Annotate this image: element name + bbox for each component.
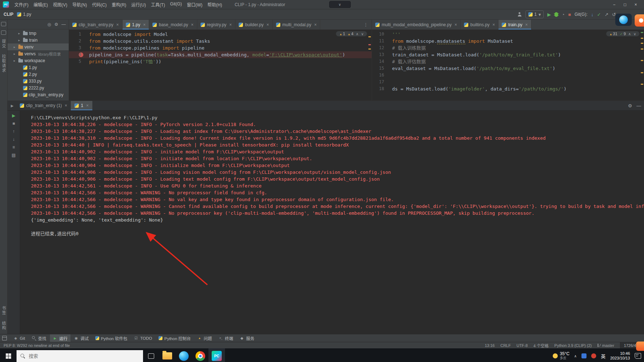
menu-item[interactable]: 运行(U) bbox=[129, 1, 148, 8]
run-button[interactable]: ▶ bbox=[547, 12, 551, 17]
code-with-me-icon[interactable] bbox=[518, 12, 522, 17]
git-commit-icon[interactable]: ✓ bbox=[597, 12, 601, 17]
next-issue-icon[interactable]: ∨ bbox=[634, 32, 636, 36]
floating-tool-widget-2[interactable] bbox=[636, 342, 644, 351]
titlebar-dropdown[interactable]: ∨ bbox=[329, 1, 351, 8]
tray-expand-icon[interactable]: ∧ bbox=[574, 354, 577, 358]
taskbar-search[interactable] bbox=[17, 350, 143, 362]
close-icon[interactable]: × bbox=[492, 22, 495, 27]
search-input[interactable] bbox=[28, 353, 139, 359]
inspection-badge[interactable]: ▲31 bbox=[610, 32, 617, 36]
toolwindow-tab-git[interactable]: Git bbox=[10, 334, 28, 342]
toolwindow-tab-search[interactable]: 查找 bbox=[29, 334, 49, 342]
taskbar-chrome[interactable] bbox=[192, 348, 208, 362]
tree-row[interactable]: 2.py bbox=[8, 71, 69, 78]
status-item[interactable]: 4 个空格 bbox=[533, 343, 548, 348]
gutter-line[interactable]: 3 bbox=[69, 45, 86, 51]
gutter-line[interactable]: 12 bbox=[372, 45, 389, 51]
task-view-button[interactable] bbox=[143, 348, 159, 362]
tree-row[interactable]: 1.py bbox=[8, 64, 69, 71]
close-icon[interactable]: × bbox=[143, 22, 146, 27]
inspection-badge[interactable]: ▲1 bbox=[339, 32, 345, 36]
tool-windows-icon[interactable] bbox=[2, 336, 7, 340]
gutter-line[interactable]: 11 bbox=[372, 38, 389, 45]
editor-tab[interactable]: builtins.py× bbox=[461, 20, 498, 29]
taskbar-clock[interactable]: 10:46 2023/10/13 bbox=[610, 351, 630, 361]
menu-item[interactable]: 帮助(H) bbox=[205, 1, 225, 8]
menu-item[interactable]: 代码(C) bbox=[89, 1, 109, 8]
run-configuration-select[interactable]: 1 ▾ bbox=[525, 10, 544, 18]
stripe-tab[interactable]: 拉取请求 bbox=[1, 54, 6, 73]
editor-left[interactable]: 12345 from modelscope import Modelfrom m… bbox=[69, 30, 372, 101]
taskbar-explorer[interactable] bbox=[159, 348, 175, 362]
stop-icon[interactable]: ■ bbox=[12, 121, 15, 126]
tray-recorder-icon[interactable] bbox=[591, 353, 596, 358]
hide-panel-icon[interactable]: — bbox=[61, 22, 66, 27]
clear-all-icon[interactable]: ▤ bbox=[12, 153, 15, 157]
settings-icon[interactable]: ⚙ bbox=[54, 22, 58, 27]
gutter-line[interactable]: 13 bbox=[372, 51, 389, 58]
gutter-line[interactable]: 2 bbox=[69, 38, 86, 45]
minimize-button[interactable]: − bbox=[609, 2, 620, 7]
stripe-tab[interactable]: 结构 bbox=[1, 321, 6, 330]
run-tab[interactable]: 1× bbox=[71, 101, 92, 110]
editor-tab[interactable]: train.py× bbox=[498, 20, 531, 29]
stop-button[interactable]: ■ bbox=[568, 12, 571, 17]
editor-tab[interactable]: multi_modal.py× bbox=[273, 20, 321, 29]
rerun-icon[interactable]: ▶ bbox=[12, 113, 15, 118]
ime-indicator[interactable]: 英 bbox=[601, 353, 606, 359]
maximize-button[interactable]: □ bbox=[620, 2, 630, 7]
stripe-tab[interactable]: 书签 bbox=[1, 306, 6, 315]
run-hide-icon[interactable]: — bbox=[636, 103, 641, 108]
gutter-line[interactable]: 5 bbox=[69, 58, 86, 65]
locate-file-icon[interactable]: ◎ bbox=[47, 22, 51, 27]
scroll-up-icon[interactable]: ↑ bbox=[13, 129, 15, 134]
close-icon[interactable]: × bbox=[191, 22, 194, 27]
gutter-line[interactable]: 17 bbox=[372, 79, 389, 85]
gutter-line[interactable]: 1 bbox=[69, 31, 86, 38]
gutter-line[interactable]: 15 bbox=[372, 65, 389, 72]
tree-row[interactable]: clip_train_entry.py bbox=[8, 91, 69, 98]
status-message[interactable]: PEP 8: W292 no newline at end of file bbox=[4, 343, 70, 348]
menu-item[interactable]: 视图(V) bbox=[50, 1, 70, 8]
editor-tab[interactable]: registry.py× bbox=[197, 20, 235, 29]
editor-right-code[interactable]: '''from modelscope.msdatasets import MsD… bbox=[389, 31, 644, 101]
menu-item[interactable]: 编辑(E) bbox=[31, 1, 50, 8]
tree-row[interactable]: ▸tmp bbox=[8, 30, 69, 37]
status-item[interactable]: UTF-8 bbox=[516, 343, 528, 348]
close-icon[interactable]: × bbox=[65, 103, 67, 108]
editor-right-gutter[interactable]: 101112131415161718 bbox=[372, 31, 389, 101]
profiler-button[interactable]: ◔ bbox=[562, 12, 565, 17]
next-issue-icon[interactable]: ∨ bbox=[361, 32, 364, 36]
scrollbar-marks[interactable] bbox=[641, 30, 644, 101]
close-icon[interactable]: × bbox=[229, 22, 232, 27]
prev-issue-icon[interactable]: ∧ bbox=[628, 32, 631, 36]
toolwindow-tab-todo[interactable]: TODO bbox=[131, 334, 155, 342]
git-branch-widget[interactable]: master bbox=[597, 343, 614, 348]
toolwindow-tab-python[interactable]: Python 控制台 bbox=[156, 334, 194, 342]
inspection-badge[interactable]: ▲4 bbox=[348, 32, 353, 36]
project-tool-icon[interactable] bbox=[1, 22, 6, 26]
toolwindow-tab-services[interactable]: 服务 bbox=[237, 334, 257, 342]
debug-button[interactable] bbox=[555, 12, 558, 17]
tree-row[interactable]: ▸venvs library根目录 bbox=[8, 50, 69, 57]
toolwindow-tab-problems[interactable]: 问题 bbox=[194, 334, 215, 342]
status-item[interactable]: Python 3.9 (CLIP) (2) bbox=[555, 343, 592, 348]
git-update-icon[interactable]: ↓ bbox=[591, 12, 594, 17]
close-icon[interactable]: × bbox=[86, 103, 89, 108]
editor-tab[interactable]: 1.py× bbox=[123, 20, 150, 29]
scroll-down-icon[interactable]: ↓ bbox=[13, 137, 15, 141]
close-icon[interactable]: × bbox=[525, 22, 528, 27]
editor-right[interactable]: 101112131415161718 '''from modelscope.ms… bbox=[372, 30, 644, 101]
more-tabs-icon[interactable]: ⋮ bbox=[360, 20, 372, 29]
gutter-line[interactable]: 14 bbox=[372, 58, 389, 65]
close-icon[interactable]: × bbox=[314, 22, 317, 27]
menu-item[interactable]: 文件(F) bbox=[12, 1, 31, 8]
run-tab[interactable]: clip_train_entry (1)× bbox=[16, 101, 71, 110]
editor-left-code[interactable]: from modelscope import Modelfrom modelsc… bbox=[86, 31, 372, 101]
close-icon[interactable]: × bbox=[266, 22, 269, 27]
editor-left-gutter[interactable]: 12345 bbox=[69, 31, 86, 101]
floating-browser-widget[interactable] bbox=[615, 14, 632, 26]
prev-issue-icon[interactable]: ∧ bbox=[356, 32, 358, 36]
structure-tool-icon[interactable] bbox=[1, 31, 6, 35]
